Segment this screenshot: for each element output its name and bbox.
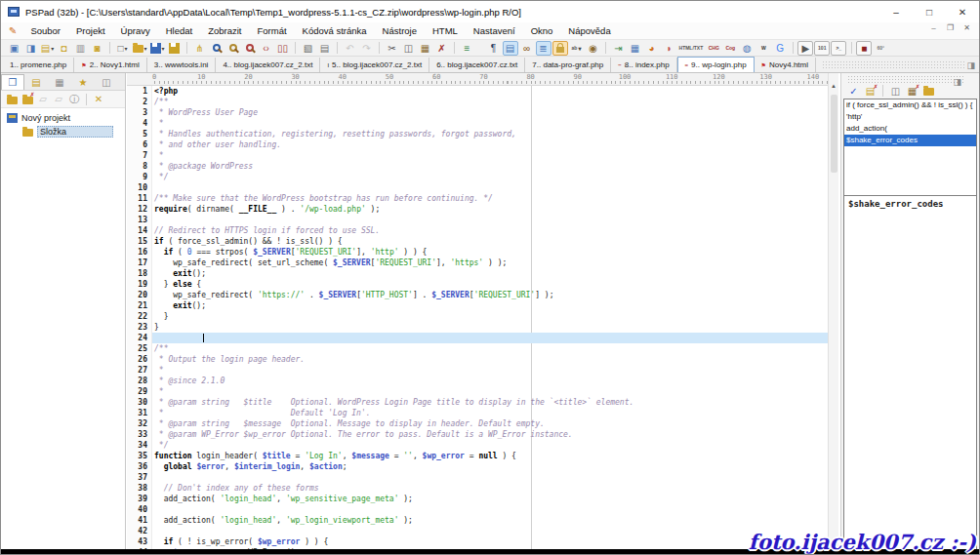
code-line[interactable]: 6 * and other user handling. [127,139,828,150]
read-only-lock-icon[interactable] [552,41,568,56]
console-icon[interactable]: >_ [831,41,846,56]
indent-icon[interactable]: ⇥ [611,41,627,56]
copy-icon[interactable]: ◫ [401,41,417,56]
info-icon[interactable]: ⓘ [67,92,82,106]
new-item-icon[interactable]: ▱ [36,92,51,106]
maximize-button[interactable]: □ [913,1,946,22]
pie-chart-icon[interactable]: ◕ [644,41,660,56]
record-macro-icon[interactable]: ■ [856,41,872,56]
tab-novy4-html[interactable]: ⚑Novy4.html [755,58,816,72]
menu-k-dov-str-nka[interactable]: Kódová stránka [295,23,375,38]
code-line[interactable]: 13 [127,215,828,225]
mdi-restore-button[interactable]: ❐ [942,23,959,32]
menu-form-t[interactable]: Formát [250,23,295,38]
menu-html[interactable]: HTML [425,23,466,38]
code-line[interactable]: 26 * Output the login page header. [127,354,828,365]
spell-check-icon[interactable]: ∞ [519,41,535,56]
project-add-file-icon[interactable]: ▤ [40,41,56,56]
panel-menu-icon[interactable]: ◨ [953,77,961,87]
code-line[interactable]: 16 if ( 0 === strpos( $_SERVER['REQUEST_… [127,247,828,258]
google-search-icon[interactable]: G [772,41,788,56]
code-line[interactable]: 22 } [127,311,828,322]
menu-projekt[interactable]: Projekt [68,23,113,38]
minimize-button[interactable]: – [879,1,913,22]
clip-item[interactable]: add_action( [844,123,976,135]
tab-overflow-icon[interactable]: ◨ [966,60,975,70]
copy-clip-icon[interactable]: ◫ [888,84,904,99]
degrees-converter-icon[interactable]: 60° [873,41,888,56]
cog-converter-icon[interactable]: Cog [722,41,738,56]
save-all-icon[interactable] [167,41,183,56]
remove-folder-icon[interactable] [20,92,35,106]
code-line[interactable]: 27 * [127,365,828,376]
code-line[interactable]: 30 * @param string $title Optional. Word… [127,397,828,408]
new-project-icon[interactable]: ▣ [7,41,22,56]
panel-tab-windows[interactable]: ◫ [95,74,118,90]
tab-6-blog-ijacek007-cz-txt[interactable]: 6.. blog.ijacek007.cz.txt [429,58,525,72]
code-line[interactable]: 10 [127,182,828,193]
clip-item[interactable]: 'http' [844,111,976,123]
numeric-converter-icon[interactable]: 101 [814,41,830,56]
menu-nastaven-[interactable]: Nastavení [466,23,523,38]
code-line[interactable]: 43 if ( ! is_wp_error( $wp_error ) ) { [127,536,828,547]
code-line[interactable]: 3 * WordPress User Page [127,107,828,118]
chg-converter-icon[interactable]: CHG [706,41,721,56]
paste-icon[interactable]: ▦ [418,41,433,56]
code-line[interactable]: 31 * Default 'Log In'. [127,408,828,418]
mdi-close-button[interactable]: ✕ [959,23,975,32]
scroll-up-icon[interactable]: ▲ [829,73,838,89]
clip-folder-icon[interactable] [921,84,937,99]
panel-tab-files[interactable]: ▤ [24,74,48,90]
line-numbers-icon[interactable]: ≣ [536,41,551,56]
project-card-icon[interactable]: ▥ [73,41,89,56]
menu-soubor[interactable]: Soubor [22,23,68,38]
save-file-icon[interactable] [149,41,166,56]
menu-hledat[interactable]: Hledat [158,23,200,38]
tree-item-folder[interactable]: Složka [1,125,125,139]
run-script-icon[interactable]: ▶ [797,41,813,56]
delete-clip-icon[interactable]: ▤ [863,84,878,99]
code-line[interactable]: 17 wp_safe_redirect( set_url_scheme( $_S… [127,258,828,268]
code-line[interactable]: 35function login_header( $title = 'Log I… [127,451,828,461]
print-icon[interactable]: ▤ [317,41,333,56]
panel-tab-config[interactable]: ▦ [48,74,71,90]
close-button[interactable]: ✕ [946,1,979,22]
clip-item[interactable]: $shake_error_codes [844,135,976,146]
browser-preview-icon[interactable]: ◍ [739,41,755,56]
menu--pravy[interactable]: Úpravy [113,23,158,38]
code-line[interactable]: 42 [127,526,828,536]
w3-validator-icon[interactable]: W [755,41,771,56]
code-editor[interactable]: 0102030405060708090100110120130140 1<?ph… [127,73,828,554]
code-line[interactable]: 33 * @param WP_Error $wp_error Optional.… [127,429,828,440]
project-copy-icon[interactable]: ◨ [23,41,39,56]
code-structure-icon[interactable]: ⋔ [192,41,208,56]
scrollbar-thumb[interactable] [831,95,837,173]
tab-3-wwwtools-ini[interactable]: 3.. wwwtools.ini [147,58,217,72]
code-line[interactable]: 36 global $error, $interim_login, $actio… [127,461,828,472]
compare-files-icon[interactable]: ▯▯ [275,41,291,56]
menu-okno[interactable]: Okno [523,23,561,38]
code-line[interactable]: 32 * @param string $message Optional. Me… [127,418,828,429]
preview-icon[interactable]: ▧ [301,41,316,56]
delete-icon[interactable]: ✗ [434,41,450,56]
tab-4-blog-ijacek007-cz-2-txt[interactable]: 4.. blog.ijacek007.cz_2.txt [216,58,320,72]
code-line[interactable]: 2/** [127,97,828,107]
code-line[interactable]: 18 exit(); [127,268,828,279]
open-item-icon[interactable]: ▱ [52,92,66,106]
add-folder-icon[interactable] [5,92,20,106]
code-line[interactable]: 34 */ [127,440,828,451]
code-line[interactable]: 29 * [127,386,828,397]
search-in-files-icon[interactable] [225,41,241,56]
code-line[interactable]: 19 } else { [127,279,828,290]
search-replace-icon[interactable] [242,41,258,56]
panel-tab-project[interactable]: ❒ [1,74,24,90]
editor-vertical-scrollbar[interactable]: ▲ [828,73,838,554]
code-line[interactable]: 23} [127,322,828,333]
tools-icon[interactable]: ✕ [92,92,106,106]
code-line[interactable]: 1<?php [127,86,828,97]
tab-9-wp-login-php[interactable]: =9.. wp-login.php [677,57,755,72]
code-line[interactable]: 20 wp_safe_redirect( 'https://' . $_SERV… [127,290,828,300]
show-formatting-icon[interactable]: ¶ [486,41,502,56]
code-line[interactable]: 25/** [127,343,828,354]
menu-zobrazit[interactable]: Zobrazit [200,23,249,38]
